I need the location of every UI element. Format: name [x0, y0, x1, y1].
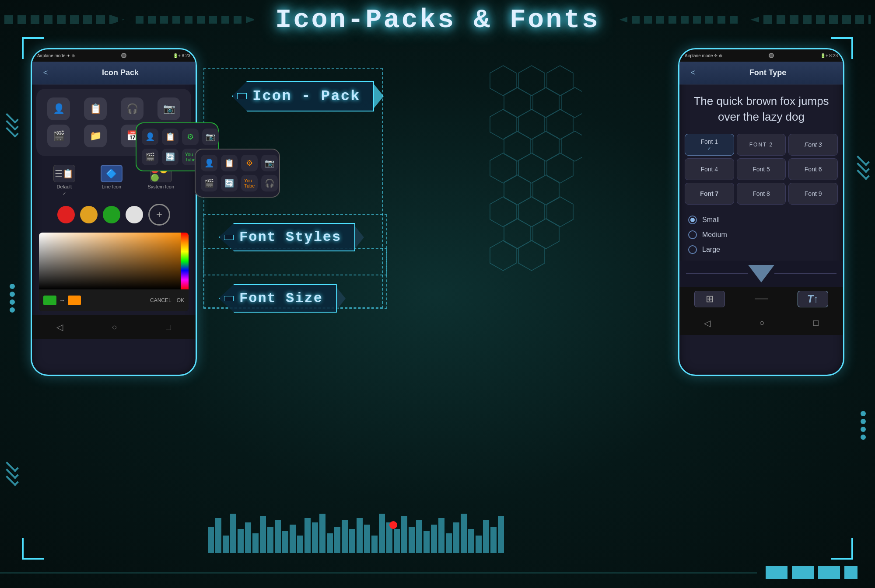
font-3-label: Font 3 — [805, 141, 822, 148]
right-status-bar: Airplane mode ✈ ⊕ 🔋+ 8:23 — [679, 49, 843, 62]
font-4-button[interactable]: Font 4 — [685, 158, 734, 180]
bottom-border — [0, 557, 875, 588]
font-9-label: Font 9 — [805, 190, 822, 197]
eq-bar-26 — [401, 516, 407, 553]
left-nav-bar: ◁ ○ □ — [32, 315, 196, 339]
eq-bar-31 — [438, 518, 444, 553]
slider-triangle[interactable] — [748, 265, 774, 282]
recent-nav-icon[interactable]: □ — [166, 322, 171, 332]
icon-type-line-box: 🔷 — [101, 165, 122, 182]
icon-type-line[interactable]: 🔷 Line Icon — [101, 165, 122, 196]
right-home-nav-icon[interactable]: ○ — [759, 318, 764, 328]
dot-v-3 — [10, 299, 15, 305]
right-back-button[interactable]: < — [686, 66, 700, 80]
color-yellow[interactable] — [80, 206, 98, 223]
right-phone-header: < Font Type — [679, 62, 843, 84]
eq-bar-35 — [468, 529, 474, 553]
ok-button[interactable]: OK — [177, 297, 184, 303]
radio-small-fill — [690, 218, 695, 222]
font-5-button[interactable]: Font 5 — [737, 158, 786, 180]
right-recent-nav-icon[interactable]: □ — [813, 318, 819, 328]
eq-bar-29 — [424, 531, 430, 553]
back-nav-icon[interactable]: ◁ — [56, 322, 63, 332]
font-5-label: Font 5 — [752, 166, 770, 173]
current-color-box — [43, 296, 56, 305]
left-chevrons — [6, 115, 19, 134]
left-chevrons-2 — [6, 463, 19, 482]
left-frame — [0, 39, 24, 557]
right-status-left: Airplane mode ✈ ⊕ — [685, 53, 722, 58]
add-color-button[interactable]: + — [148, 204, 170, 226]
left-status-left: Airplane mode ✈ ⊕ — [37, 53, 75, 58]
left-back-button[interactable]: < — [39, 66, 52, 80]
dot-1 — [766, 566, 788, 579]
font-preview-text: The quick brown fox jumps over the lazy … — [679, 84, 843, 129]
eq-bar-20 — [357, 518, 363, 553]
o-icon-4: 📷 — [261, 155, 278, 171]
color-red[interactable] — [57, 206, 75, 223]
cancel-button[interactable]: CANCEL — [150, 297, 172, 303]
r-dot-2 — [861, 419, 866, 424]
font-size-label-container: Font Size — [219, 284, 346, 313]
color-gradient-area[interactable] — [39, 233, 189, 289]
eq-bar-19 — [349, 529, 355, 553]
g-icon-1: 👤 — [142, 129, 158, 145]
toolbar-icon-button[interactable]: ⊞ — [694, 291, 725, 307]
home-nav-icon[interactable]: ○ — [112, 322, 117, 332]
eq-bar-12 — [297, 536, 303, 553]
color-green[interactable] — [103, 206, 120, 223]
r-dot-1 — [861, 411, 866, 416]
font-2-button[interactable]: FONT 2 — [737, 134, 786, 156]
right-back-nav-icon[interactable]: ◁ — [704, 318, 710, 328]
font-grid: Font 1 ✓ FONT 2 Font 3 Font 4 Font 5 Fon… — [679, 129, 843, 209]
g-icon-2: 📋 — [162, 129, 178, 145]
g-icon-5: 🎬 — [142, 149, 158, 165]
arrow-icon: → — [59, 297, 65, 304]
dot-v-4 — [10, 307, 15, 313]
eq-bar-8 — [267, 527, 273, 553]
radio-large[interactable] — [688, 245, 697, 254]
right-bottom-toolbar: ⊞ T↑ — [679, 287, 843, 311]
font-toolbar-icon: T↑ — [807, 293, 819, 305]
icon-type-default-box: ☰📋 — [53, 165, 75, 182]
dot-3 — [818, 566, 840, 579]
hue-strip[interactable] — [181, 233, 189, 289]
icon-type-default[interactable]: ☰📋 Default ✓ — [53, 165, 75, 196]
toolbar-font-button[interactable]: T↑ — [798, 291, 828, 307]
dot-v-2 — [10, 292, 15, 297]
icon-video: 🎬 — [47, 125, 70, 147]
eq-bar-34 — [461, 514, 467, 553]
o-icon-2: 📋 — [221, 155, 238, 171]
eq-bar-33 — [453, 522, 459, 553]
icon-pack-label-container: Icon - Pack — [232, 81, 384, 111]
size-medium[interactable]: Medium — [688, 230, 834, 239]
size-small[interactable]: Small — [688, 216, 834, 224]
font-7-button[interactable]: Font 7 — [685, 183, 734, 205]
font-8-button[interactable]: Font 8 — [737, 183, 786, 205]
left-status-right: 🔋+ 8:23 — [173, 53, 190, 58]
eq-bar-5 — [245, 522, 251, 553]
o-icon-6: 🔄 — [221, 175, 238, 191]
font-6-button[interactable]: Font 6 — [788, 158, 838, 180]
eq-bar-6 — [252, 533, 259, 553]
font-3-button[interactable]: Font 3 — [788, 134, 838, 156]
eq-bar-37 — [483, 520, 489, 553]
size-large[interactable]: Large — [688, 245, 834, 254]
orange-icon-popup: 👤 📋 ⚙ 📷 🎬 🔄 YouTube 🎧 — [195, 149, 280, 198]
dot-2 — [792, 566, 814, 579]
eq-bar-4 — [238, 529, 244, 553]
eq-bar-39 — [498, 516, 504, 553]
font-9-button[interactable]: Font 9 — [788, 183, 838, 205]
corner-bottom-left — [22, 538, 44, 560]
color-picker[interactable]: → CANCEL OK — [39, 233, 189, 311]
svg-marker-0 — [486, 61, 512, 91]
eq-bar-30 — [431, 525, 437, 553]
radio-medium[interactable] — [688, 230, 697, 239]
left-header-title: Icon Pack — [52, 68, 189, 77]
radio-small[interactable] — [688, 216, 697, 224]
color-white[interactable] — [126, 206, 143, 223]
r-dot-3 — [861, 427, 866, 432]
eq-bar-11 — [290, 525, 296, 553]
icon-pack-label: Icon - Pack — [252, 88, 360, 104]
font-1-button[interactable]: Font 1 ✓ — [685, 134, 734, 156]
